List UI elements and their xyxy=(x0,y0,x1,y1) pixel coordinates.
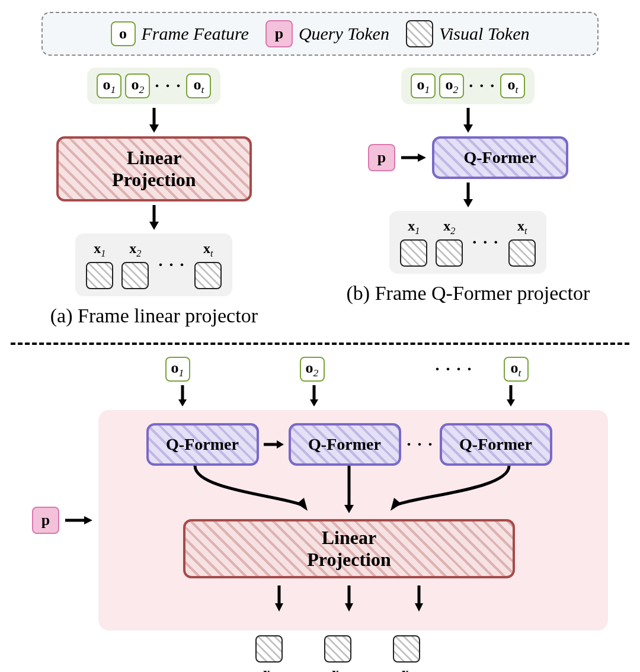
panel-c-main: p Q-Former Q-Former · · · Q-Former xyxy=(32,410,608,631)
visual-token: x1 xyxy=(400,218,427,267)
visual-token-icon xyxy=(400,239,427,267)
svg-marker-11 xyxy=(178,399,187,407)
visual-token-icon xyxy=(194,262,222,289)
legend-query-token-label: Query Token xyxy=(299,24,389,44)
arrow-down-icon xyxy=(273,585,286,612)
svg-marker-24 xyxy=(275,603,283,612)
block-label: Q-Former xyxy=(166,435,239,454)
panel-c-outputs: x1 x2 xt xyxy=(255,635,420,672)
visual-token: x1 xyxy=(255,635,283,672)
svg-marker-19 xyxy=(277,440,284,449)
visual-token: xt xyxy=(393,635,420,672)
visual-token: xt xyxy=(508,218,536,267)
svg-marker-22 xyxy=(391,498,401,511)
ellipsis: · · · xyxy=(471,233,500,252)
arrow-down-icon xyxy=(461,183,475,207)
svg-marker-20 xyxy=(297,498,308,511)
svg-marker-7 xyxy=(418,153,426,162)
frame-feature-icon: ot xyxy=(186,73,211,98)
frame-feature-icon: o1 xyxy=(97,73,121,98)
query-token-icon: p xyxy=(32,507,59,534)
arrow-down-icon xyxy=(176,385,189,407)
panel-a-outputs: x1 x2 · · · xt xyxy=(75,233,232,296)
arrow-right-icon xyxy=(401,152,426,164)
block-label: Q-Former xyxy=(308,435,381,454)
block-label: LinearProjection xyxy=(112,147,196,191)
visual-token: x2 xyxy=(436,218,463,267)
legend-visual-token: Visual Token xyxy=(406,20,530,47)
visual-token: xt xyxy=(194,241,222,289)
frame-feature-icon: o1 xyxy=(411,73,436,98)
panel-c-inputs: o1 o2 · · · · ot xyxy=(165,357,529,382)
visual-token-icon xyxy=(508,239,536,267)
qformer-block: Q-Former xyxy=(289,423,401,466)
ellipsis: · · · xyxy=(406,435,435,454)
visual-token-icon xyxy=(393,635,420,663)
ellipsis: · · · · xyxy=(434,360,474,379)
arrow-down-icon xyxy=(308,385,321,407)
ellipsis: · · · xyxy=(157,255,186,274)
arrow-right-icon xyxy=(65,514,92,526)
arrow-down-icon xyxy=(412,585,425,612)
panel-c-input-arrows xyxy=(176,382,517,410)
ellipsis: · · · xyxy=(153,76,183,95)
block-label: Q-Former xyxy=(463,148,536,167)
qformer-block: Q-Former xyxy=(146,423,259,466)
panel-b-inputs: o1 o2 · · · ot xyxy=(401,68,535,104)
frame-feature-icon: o xyxy=(111,21,136,46)
ellipsis: · · · xyxy=(468,76,497,95)
panel-b-caption: (b) Frame Q-Former projector xyxy=(347,282,590,305)
visual-token-icon xyxy=(324,635,351,663)
frame-feature-icon: ot xyxy=(504,357,529,382)
panel-a: o1 o2 · · · ot LinearProjection x1 x2 · … xyxy=(50,68,258,327)
legend-frame-feature-label: Frame Feature xyxy=(142,24,249,44)
svg-marker-5 xyxy=(463,124,473,133)
arrow-down-icon xyxy=(343,585,356,612)
arrow-down-icon xyxy=(147,205,161,230)
qformer-block: Q-Former xyxy=(432,136,568,179)
legend-query-token: p Query Token xyxy=(265,20,389,47)
legend-frame-feature: o Frame Feature xyxy=(111,21,249,46)
arrow-down-icon xyxy=(504,385,517,407)
svg-marker-28 xyxy=(415,603,423,612)
svg-marker-9 xyxy=(463,199,473,207)
legend-visual-token-label: Visual Token xyxy=(439,24,530,44)
visual-token: x2 xyxy=(324,635,351,672)
panel-c-output-arrows xyxy=(273,582,425,615)
panel-c-body: Q-Former Q-Former · · · Q-Former LinearP… xyxy=(98,410,608,631)
qformer-row: Q-Former Q-Former · · · Q-Former xyxy=(108,423,590,466)
block-label: LinearProjection xyxy=(307,527,391,571)
top-row: o1 o2 · · · ot LinearProjection x1 x2 · … xyxy=(6,68,634,327)
svg-marker-17 xyxy=(84,516,92,524)
legend: o Frame Feature p Query Token Visual Tok… xyxy=(41,12,599,56)
panel-b-outputs: x1 x2 · · · xt xyxy=(389,211,546,274)
svg-marker-15 xyxy=(507,399,515,407)
arrow-down-icon xyxy=(147,108,161,133)
panel-a-inputs: o1 o2 · · · ot xyxy=(87,68,220,104)
query-token-icon: p xyxy=(368,144,395,171)
svg-marker-3 xyxy=(149,222,159,230)
arrow-down-icon xyxy=(461,108,475,133)
visual-token-icon xyxy=(255,635,283,663)
query-token-icon: p xyxy=(265,20,293,47)
svg-marker-1 xyxy=(149,124,159,133)
linear-projection-block: LinearProjection xyxy=(56,136,252,201)
block-label: Q-Former xyxy=(459,435,532,454)
visual-token-icon xyxy=(436,239,463,267)
divider xyxy=(11,343,629,345)
svg-marker-13 xyxy=(310,399,318,407)
panel-b-qformer-row: p Q-Former xyxy=(368,136,568,179)
frame-feature-icon: o2 xyxy=(439,73,464,98)
panel-b: o1 o2 · · · ot p Q-Former x1 x2 · · · xt… xyxy=(347,68,590,305)
svg-marker-26 xyxy=(345,603,353,612)
panel-a-caption: (a) Frame linear projector xyxy=(50,305,258,327)
frame-feature-icon: o2 xyxy=(300,357,325,382)
visual-token: x1 xyxy=(86,241,113,289)
converging-arrows xyxy=(124,466,574,519)
visual-token-icon xyxy=(406,20,433,47)
qformer-block: Q-Former xyxy=(440,423,552,466)
arrow-right-icon xyxy=(264,439,284,450)
frame-feature-icon: o1 xyxy=(165,357,190,382)
svg-marker-21 xyxy=(344,505,354,513)
frame-feature-icon: o2 xyxy=(125,73,150,98)
